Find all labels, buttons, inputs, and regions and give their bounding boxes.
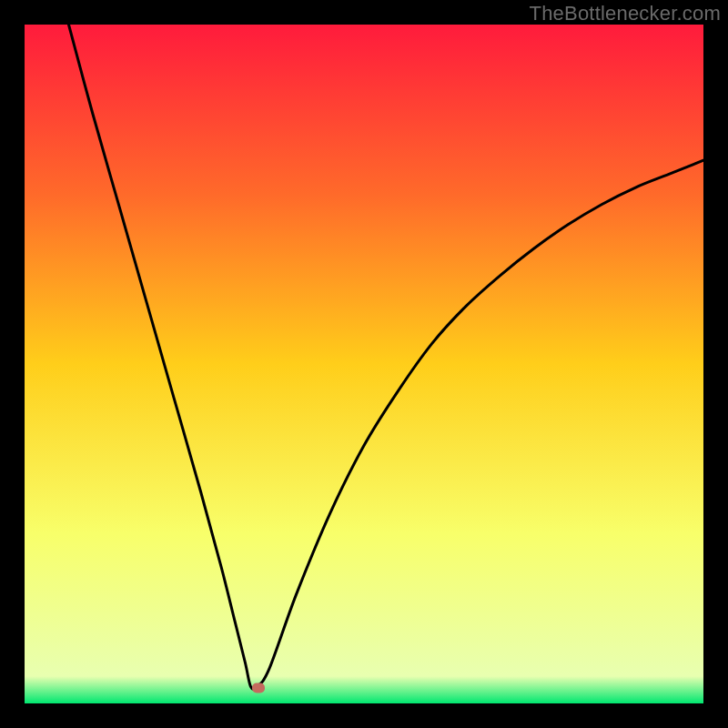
plot-svg	[25, 25, 703, 703]
chart-container: TheBottlenecker.com	[0, 0, 728, 728]
gradient-background	[25, 25, 703, 703]
watermark-text: TheBottlenecker.com	[530, 2, 721, 25]
plot-area	[25, 25, 703, 703]
optimal-point-marker	[252, 682, 265, 693]
